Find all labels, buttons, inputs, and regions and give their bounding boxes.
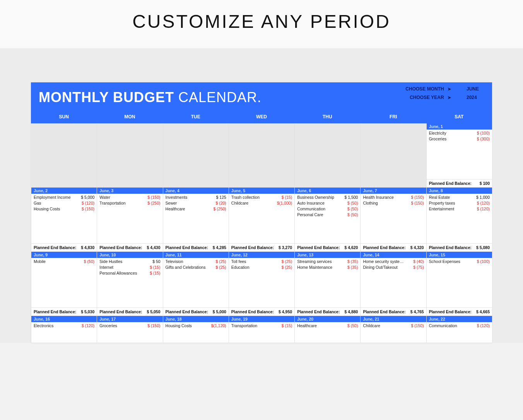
date-bar: June, 18 — [163, 316, 229, 322]
day-cell[interactable]: June, 8Real Estate$ 1,000Property taxes$… — [426, 188, 492, 252]
day-cell[interactable]: June, 12Toll fees$ (25)Education$ (25)Pl… — [229, 252, 294, 316]
day-items: Trash collection$ (15)Childcare$(1,000) — [229, 194, 294, 243]
item-amount: $ (250) — [214, 207, 226, 212]
day-cell[interactable]: June, 2Employment Income$ 5,000Gas$ (120… — [31, 188, 97, 252]
item-amount: $ (25) — [215, 259, 226, 264]
budget-item: Groceries$ (150) — [99, 323, 160, 328]
period-chooser: CHOOSE MONTH ➤ JUNE CHOOSE YEAR ➤ 2024 — [405, 86, 482, 103]
day-items: Business Ownership$ 1,500Auto Insurance$… — [295, 194, 360, 243]
item-name: Trash collection — [231, 195, 260, 200]
calendar-title-light: CALENDAR. — [174, 89, 262, 105]
day-cell[interactable]: June, 1Electricity$ (100)Groceries$ (300… — [426, 123, 492, 188]
item-amount: $ (35) — [347, 259, 358, 264]
balance-value: $ 4,880 — [344, 309, 358, 314]
day-cell[interactable]: June, 20Healthcare$ (50) — [294, 316, 360, 343]
item-amount: $ (300) — [477, 137, 490, 142]
day-cell[interactable]: June, 4Investments$ 125Sewer$ (20)Health… — [163, 188, 229, 252]
balance-label: Planned End Balance: — [34, 245, 76, 250]
date-bar: June, 16 — [31, 316, 97, 322]
balance-label: Planned End Balance: — [166, 309, 208, 314]
item-name: Transportation — [231, 323, 257, 328]
budget-item: Gifts and Celebrations$ (25) — [166, 265, 226, 270]
balance-value: $ 3,270 — [279, 245, 292, 250]
planned-end-balance: Planned End Balance:$ 4,320 — [361, 243, 426, 251]
day-cell[interactable]: June, 10Side Hustles$ 50Internet$ (15)Pe… — [97, 252, 162, 316]
date-bar: June, 1 — [427, 123, 492, 130]
day-cell[interactable]: June, 3Water$ (150)Transportation$ (250)… — [97, 188, 162, 252]
day-cell[interactable]: June, 7Health Insurance$ (150)Clothing$ … — [360, 188, 426, 252]
day-cell[interactable]: June, 14Home security systems$ (40)Dinin… — [360, 252, 426, 316]
item-amount: $ (120) — [82, 323, 94, 328]
item-amount: $ (75) — [413, 265, 424, 270]
day-cell[interactable]: June, 21Childcare$ (150) — [360, 316, 426, 343]
item-name: Side Hustles — [99, 259, 122, 264]
budget-item: Trash collection$ (15) — [231, 195, 292, 200]
item-amount: $ (120) — [477, 207, 490, 212]
day-items: Electricity$ (100)Groceries$ (300) — [427, 130, 492, 179]
budget-item: Toll fees$ (25) — [231, 259, 292, 264]
page-heading-area: CUSTOMIZE ANY PERIOD — [0, 0, 523, 48]
balance-label: Planned End Balance: — [99, 309, 142, 314]
day-cell[interactable]: June, 22Communication$ (120) — [426, 316, 492, 343]
choose-year-row[interactable]: CHOOSE YEAR ➤ 2024 — [405, 95, 482, 100]
balance-value: $ 4,430 — [147, 245, 161, 250]
balance-label: Planned End Balance: — [166, 245, 208, 250]
day-items: School Expenses$ (100) — [427, 258, 492, 307]
day-cell[interactable]: June, 9Mobile$ (50)Planned End Balance:$… — [31, 252, 97, 316]
planned-end-balance: Planned End Balance:$ 5,030 — [31, 307, 97, 316]
balance-value: $ 4,320 — [410, 245, 424, 250]
budget-item: Gas$ (120) — [34, 201, 94, 206]
item-name: Gas — [34, 201, 41, 206]
item-name: Communication — [429, 323, 457, 328]
item-name: Transportation — [99, 201, 125, 206]
day-cell[interactable]: June, 5Trash collection$ (15)Childcare$(… — [229, 188, 294, 252]
balance-value: $ 5,000 — [213, 309, 226, 314]
day-cell[interactable]: June, 13Streaming services$ (35)Home Mai… — [294, 252, 360, 316]
planned-end-balance: Planned End Balance:$ 4,830 — [31, 243, 97, 251]
item-amount: $ (35) — [347, 265, 358, 270]
balance-value: $ 4,765 — [410, 309, 424, 314]
budget-item: Water$ (150) — [99, 195, 160, 200]
balance-value: $ 5,050 — [147, 309, 161, 314]
item-name: Clothing — [363, 201, 378, 206]
day-cell[interactable]: June, 17Groceries$ (150) — [97, 316, 162, 343]
date-bar: June, 19 — [229, 316, 294, 322]
day-cell[interactable]: June, 15School Expenses$ (100)Planned En… — [426, 252, 492, 316]
budget-item: Transportation$ (250) — [99, 201, 160, 206]
item-amount: $ (150) — [411, 323, 424, 328]
balance-value: $ 4,620 — [344, 245, 358, 250]
item-name: Dining Out/Takeout — [363, 265, 397, 270]
balance-label: Planned End Balance: — [363, 245, 405, 250]
budget-item: Personal Care$ (50) — [297, 212, 358, 217]
budget-item: Healthcare$ (50) — [297, 323, 358, 328]
date-bar: June, 5 — [229, 188, 294, 194]
day-items: Healthcare$ (50) — [295, 322, 360, 343]
item-name: Communication — [297, 207, 325, 212]
budget-item: Clothing$ (150) — [363, 201, 424, 206]
item-amount: $(1,000) — [277, 201, 292, 206]
budget-item: Communication$ (50) — [297, 207, 358, 212]
item-name: Personal Allowances — [99, 271, 137, 276]
budget-item: Childcare$(1,000) — [231, 201, 292, 206]
balance-label: Planned End Balance: — [429, 245, 472, 250]
calendar-header: MONTHLY BUDGET CALENDAR. CHOOSE MONTH ➤ … — [31, 82, 492, 110]
item-name: Water — [99, 195, 110, 200]
day-cell[interactable]: June, 11Television$ (25)Gifts and Celebr… — [163, 252, 229, 316]
date-bar: June, 20 — [295, 316, 360, 322]
day-cell[interactable]: June, 19Transportation$ (15) — [229, 316, 294, 343]
item-amount: $ (20) — [215, 201, 226, 206]
item-amount: $ (50) — [347, 207, 358, 212]
item-name: Health Insurance — [363, 195, 393, 200]
item-amount: $ (100) — [477, 259, 490, 264]
calendar: MONTHLY BUDGET CALENDAR. CHOOSE MONTH ➤ … — [31, 82, 492, 343]
item-amount: $ (250) — [147, 201, 160, 206]
year-value: 2024 — [467, 95, 482, 100]
budget-item: Housing Costs$ (150) — [34, 207, 94, 212]
day-cell[interactable]: June, 6Business Ownership$ 1,500Auto Ins… — [294, 188, 360, 252]
budget-item: Communication$ (120) — [429, 323, 490, 328]
choose-month-row[interactable]: CHOOSE MONTH ➤ JUNE — [405, 86, 482, 92]
day-cell[interactable]: June, 16Electronics$ (120) — [31, 316, 97, 343]
day-cell[interactable]: June, 18Housing Costs$(1,120) — [163, 316, 229, 343]
item-name: Internet — [99, 265, 113, 270]
date-bar: June, 10 — [97, 252, 162, 258]
